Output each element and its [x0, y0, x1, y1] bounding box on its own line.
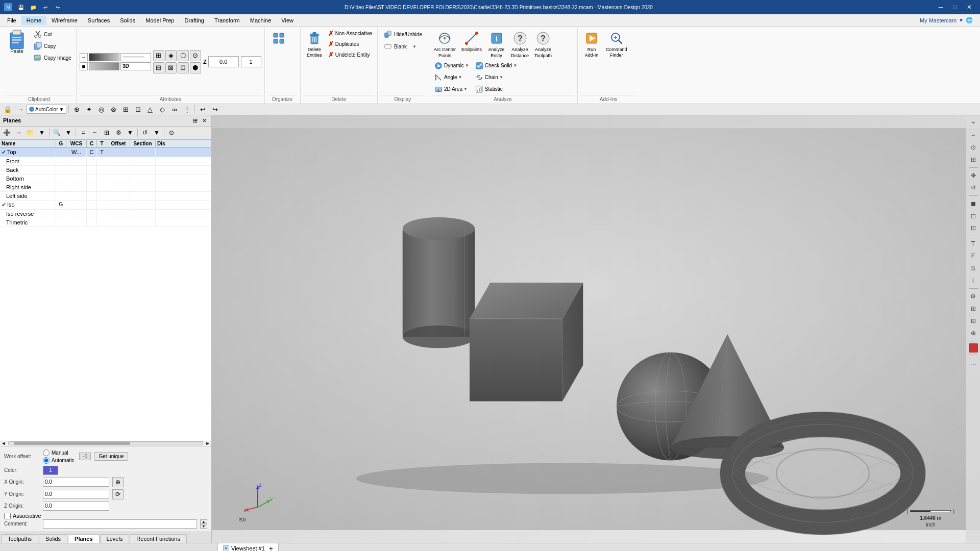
panel-close-button[interactable]: ✕ — [200, 116, 208, 124]
undo-mini[interactable]: ↩ — [197, 104, 208, 115]
view-3d-selector[interactable]: 3D — [120, 62, 151, 70]
quick-open[interactable]: 📁 — [28, 2, 39, 13]
automatic-radio[interactable]: Automatic — [43, 457, 74, 464]
copy-button[interactable]: Copy — [31, 40, 74, 52]
z-input[interactable] — [208, 56, 239, 67]
quick-undo[interactable]: ↩ — [40, 2, 51, 13]
duplicates-button[interactable]: ✗ Duplicates — [326, 39, 374, 49]
minimize-button[interactable]: ─ — [934, 2, 947, 12]
redo-mini[interactable]: ↪ — [209, 104, 220, 115]
2d-area-arrow[interactable]: ▼ — [463, 87, 468, 91]
menu-file[interactable]: File — [2, 16, 21, 25]
plane-row-top[interactable]: ✔Top W... C T — [0, 148, 211, 157]
snap-btn-7[interactable]: △ — [144, 104, 156, 115]
menu-wireframe[interactable]: Wireframe — [46, 16, 83, 25]
color-swatch[interactable]: 1 — [43, 466, 58, 475]
snap-btn-8[interactable]: ◇ — [157, 104, 168, 115]
attr-btn-1[interactable]: ⊞ — [153, 50, 164, 61]
check-solid-button[interactable]: Check Solid ▼ — [472, 60, 520, 71]
vp-more-button[interactable]: … — [968, 357, 979, 368]
plane-row-front[interactable]: Front — [0, 157, 211, 166]
tab-toolpaths[interactable]: Toolpaths — [1, 534, 38, 543]
analyze-toolpath-button[interactable]: ? Analyze Toolpath — [532, 29, 554, 60]
analyze-entities-button[interactable]: i Analyze Entity — [485, 29, 508, 60]
menu-machine[interactable]: Machine — [245, 16, 277, 25]
endpoints-button[interactable]: Endpoints — [459, 29, 484, 54]
menu-model-prep[interactable]: Model Prep — [140, 16, 179, 25]
blank-arrow[interactable]: ▼ — [412, 44, 416, 49]
y-origin-pick-btn[interactable]: ⟳ — [112, 489, 124, 499]
planes-arrow4-button[interactable]: ▼ — [125, 127, 136, 138]
tab-levels[interactable]: Levels — [100, 534, 130, 543]
h-scroll-track[interactable] — [8, 441, 203, 445]
line-width-selector[interactable]: ────── — [120, 53, 151, 61]
plane-row-right-side[interactable]: Right side — [0, 183, 211, 192]
menu-view[interactable]: View — [276, 16, 299, 25]
vp-view-front-button[interactable]: F — [968, 251, 979, 262]
vp-wireframe-button[interactable]: ⊡ — [968, 222, 979, 234]
tab-recent-functions[interactable]: Recent Functions — [130, 534, 187, 543]
close-button[interactable]: ✕ — [963, 2, 976, 12]
y-origin-input[interactable] — [43, 490, 109, 499]
color-btn-2[interactable]: ■ — [80, 62, 88, 70]
copy-image-button[interactable]: Copy Image — [31, 52, 74, 63]
tab-solids[interactable]: Solids — [39, 534, 67, 543]
snap-btn-1[interactable]: ⊕ — [71, 104, 82, 115]
manual-radio-input[interactable] — [43, 449, 50, 456]
dynamic-arrow[interactable]: ▼ — [465, 63, 469, 68]
attr-btn-7[interactable]: ⊡ — [178, 62, 189, 73]
vp-shading-1-button[interactable]: ◼ — [968, 198, 979, 209]
z-origin-input[interactable] — [43, 502, 109, 511]
cut-button[interactable]: Cut — [31, 29, 74, 40]
my-mastercam[interactable]: My Mastercam ▼ 🌐 — [915, 15, 978, 25]
vp-view-iso-button[interactable]: I — [968, 275, 979, 286]
layer-input[interactable] — [241, 56, 261, 67]
quick-redo[interactable]: ↪ — [52, 2, 63, 13]
dynamic-button[interactable]: Dynamic ▼ — [431, 60, 472, 71]
planes-grid-button[interactable]: ⊞ — [101, 127, 112, 138]
2d-area-button[interactable]: A 2D Area ▼ — [431, 84, 472, 95]
planes-arrow-button[interactable]: → — [13, 127, 24, 138]
vp-fit-button[interactable]: ⊙ — [968, 142, 979, 153]
viewsheet-add-button[interactable]: + — [269, 544, 273, 551]
comment-up-btn[interactable]: ▲ — [200, 519, 207, 524]
analyze-distance-button[interactable]: ? Analyze Distance — [508, 29, 531, 60]
check-solid-arrow[interactable]: ▼ — [513, 63, 517, 68]
attr-btn-6[interactable]: ⊠ — [165, 62, 177, 73]
vp-pan-button[interactable]: ✥ — [968, 170, 979, 181]
planes-extra-button[interactable]: ⊙ — [166, 127, 177, 138]
vp-zoom-window-button[interactable]: ⊞ — [968, 154, 979, 165]
x-origin-pick-btn[interactable]: ⊕ — [112, 477, 124, 487]
color-arrow-selector[interactable]: → — [80, 53, 88, 61]
planes-rotate-button[interactable]: ↺ — [139, 127, 151, 138]
planes-search-button[interactable]: 🔍 — [51, 127, 62, 138]
snap-btn-6[interactable]: ⊡ — [132, 104, 143, 115]
h-scroll-right-btn[interactable]: ► — [204, 441, 211, 445]
vp-options-button[interactable]: ⚙ — [968, 291, 979, 302]
planes-arrow2-button[interactable]: ▼ — [36, 127, 47, 138]
vp-zoom-out-button[interactable]: − — [968, 130, 979, 141]
non-assoc-button[interactable]: ✗ Non-Associative — [326, 29, 374, 38]
planes-equal-button[interactable]: = — [78, 127, 89, 138]
mini-toolbar-lock[interactable]: 🔒 — [2, 104, 13, 115]
mini-toolbar-arrow[interactable]: → — [14, 104, 26, 115]
vp-rotate-button[interactable]: ↺ — [968, 182, 979, 193]
quick-save[interactable]: 💾 — [15, 2, 27, 13]
chain-arrow[interactable]: ▼ — [499, 75, 503, 80]
vp-planes-button[interactable]: ⊟ — [968, 315, 979, 327]
snap-btn-2[interactable]: ✦ — [83, 104, 94, 115]
attr-btn-8[interactable]: ⬢ — [190, 62, 201, 73]
planes-arrow5-button[interactable]: ▼ — [151, 127, 162, 138]
attr-btn-2[interactable]: ◈ — [165, 50, 177, 61]
automatic-radio-input[interactable] — [43, 457, 50, 464]
vp-view-top-button[interactable]: T — [968, 238, 979, 249]
menu-home[interactable]: Home — [21, 16, 46, 25]
delete-entities-button[interactable]: Delete Entities — [304, 29, 325, 59]
menu-surfaces[interactable]: Surfaces — [83, 16, 115, 25]
maximize-button[interactable]: □ — [948, 2, 962, 12]
snap-btn-9[interactable]: ∞ — [169, 104, 180, 115]
manual-radio[interactable]: Manual — [43, 449, 74, 456]
plane-row-bottom[interactable]: Bottom — [0, 174, 211, 183]
vp-grid-button[interactable]: ⊞ — [968, 303, 979, 314]
x-origin-input[interactable] — [43, 478, 109, 487]
